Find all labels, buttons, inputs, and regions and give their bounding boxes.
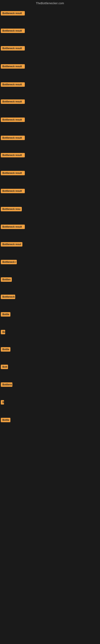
bottleneck-badge-3[interactable]: Bottleneck result [1, 46, 25, 51]
bottleneck-badge-13[interactable]: Bottleneck result [1, 224, 25, 230]
bottleneck-badge-15[interactable]: Bottleneck r [1, 260, 17, 265]
bottleneck-badge-19[interactable]: Bo [1, 330, 5, 335]
bottleneck-badge-label-9: Bottleneck result [1, 153, 25, 158]
site-title: TheBottlenecker.com [0, 0, 100, 6]
bottleneck-badge-7[interactable]: Bottleneck result [1, 118, 25, 123]
site-title-container: TheBottlenecker.com [0, 0, 100, 6]
bottleneck-badge-22[interactable]: Bottlens [1, 382, 12, 388]
bottleneck-badge-10[interactable]: Bottleneck result [1, 171, 25, 176]
bottleneck-badge-label-12: Bottleneck resu [1, 207, 22, 211]
bottleneck-badge-6[interactable]: Bottleneck result [1, 100, 25, 105]
bottleneck-badge-label-2: Bottleneck result [1, 28, 25, 33]
bottleneck-badge-label-20: Bottle [1, 347, 10, 352]
bottleneck-badge-9[interactable]: Bottleneck result [1, 153, 25, 158]
bottleneck-badge-1[interactable]: Bottleneck result [1, 11, 25, 16]
bottleneck-badge-23[interactable]: B [1, 400, 4, 405]
bottleneck-badge-label-15: Bottleneck r [1, 260, 17, 264]
bottleneck-badge-label-10: Bottleneck result [1, 171, 25, 175]
bottleneck-badge-label-5: Bottleneck result [1, 82, 25, 87]
bottleneck-badge-label-8: Bottleneck result [1, 136, 25, 140]
bottleneck-badge-16[interactable]: Bottlen [1, 277, 12, 282]
badges-container: Bottleneck resultBottleneck resultBottle… [0, 6, 100, 644]
bottleneck-badge-5[interactable]: Bottleneck result [1, 82, 25, 88]
bottleneck-badge-label-14: Bottleneck resul [1, 242, 22, 246]
bottleneck-badge-21[interactable]: Bott [1, 365, 8, 370]
bottleneck-badge-label-17: Bottleneck [1, 295, 15, 299]
bottleneck-badge-label-21: Bott [1, 365, 8, 369]
bottleneck-badge-label-19: Bo [1, 330, 5, 334]
bottleneck-badge-24[interactable]: Bottle [1, 418, 10, 423]
bottleneck-badge-label-18: Bottle [1, 312, 10, 316]
bottleneck-badge-label-1: Bottleneck result [1, 11, 25, 16]
bottleneck-badge-17[interactable]: Bottleneck [1, 295, 15, 300]
bottleneck-badge-label-24: Bottle [1, 418, 10, 422]
bottleneck-badge-label-22: Bottlens [1, 382, 12, 387]
bottleneck-badge-label-7: Bottleneck result [1, 118, 25, 122]
bottleneck-badge-label-4: Bottleneck result [1, 64, 25, 69]
bottleneck-badge-label-13: Bottleneck result [1, 224, 25, 229]
bottleneck-badge-18[interactable]: Bottle [1, 312, 10, 317]
bottleneck-badge-label-6: Bottleneck result [1, 100, 25, 104]
bottleneck-badge-11[interactable]: Bottleneck result [1, 189, 25, 194]
bottleneck-badge-14[interactable]: Bottleneck resul [1, 242, 22, 247]
bottleneck-badge-12[interactable]: Bottleneck resu [1, 207, 22, 212]
bottleneck-badge-8[interactable]: Bottleneck result [1, 136, 25, 141]
bottleneck-badge-4[interactable]: Bottleneck result [1, 64, 25, 70]
bottleneck-badge-20[interactable]: Bottle [1, 347, 10, 352]
bottleneck-badge-label-16: Bottlen [1, 277, 12, 282]
bottleneck-badge-2[interactable]: Bottleneck result [1, 28, 25, 34]
bottleneck-badge-label-3: Bottleneck result [1, 46, 25, 50]
bottleneck-badge-label-23: B [1, 400, 4, 404]
bottleneck-badge-label-11: Bottleneck result [1, 189, 25, 193]
